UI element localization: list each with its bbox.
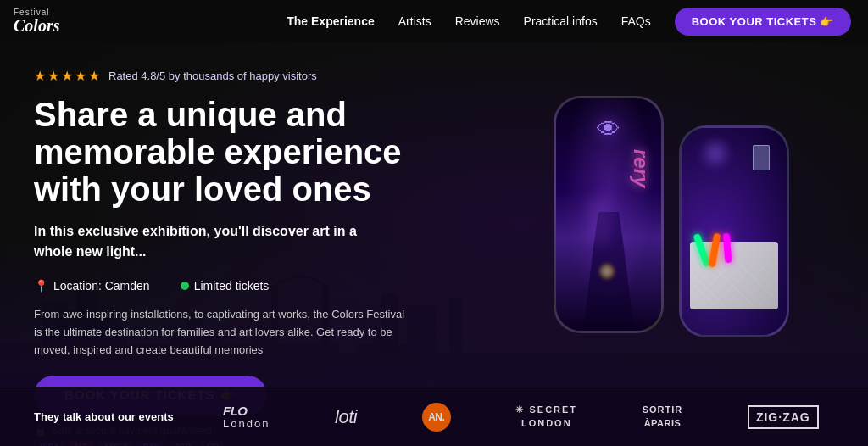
- press-label: They talk about our events: [34, 410, 174, 423]
- phone-1-content: 👁 rery: [556, 98, 661, 331]
- location-item: 📍 Location: Camden: [34, 279, 150, 293]
- press-logo-zigzag: ZIG·ZAG: [748, 405, 819, 429]
- logo-colors: Colors: [14, 17, 59, 34]
- available-dot-icon: [181, 282, 189, 290]
- nav-link-faqs[interactable]: FAQs: [621, 14, 651, 28]
- press-logo-an: AN.: [422, 403, 451, 432]
- hero-left: ★★★★★ Rated 4.8/5 by thousands of happy …: [0, 42, 475, 387]
- press-logo-sortir-paris: SORTIR ÀPARIS: [643, 404, 683, 430]
- nav-tickets-button[interactable]: BOOK YOUR TICKETS 👉: [675, 8, 851, 36]
- press-logo-secret-london: ✳ SECRET LONDON: [515, 404, 577, 430]
- phone-image-1: 👁 rery: [554, 96, 664, 333]
- light-orb: [598, 263, 615, 280]
- logo[interactable]: Festival Colors: [14, 8, 59, 34]
- nav-link-artists[interactable]: Artists: [398, 14, 431, 28]
- location-row: 📍 Location: Camden Limited tickets: [34, 279, 449, 293]
- phone-image-2: [679, 125, 789, 337]
- location-pin-icon: 📍: [34, 279, 48, 293]
- ambient-light: [698, 137, 732, 170]
- navbar: Festival Colors The Experience Artists R…: [0, 0, 868, 42]
- hero-description: From awe-inspiring installations, to cap…: [34, 306, 407, 359]
- tickets-availability: Limited tickets: [181, 279, 270, 293]
- rating-row: ★★★★★ Rated 4.8/5 by thousands of happy …: [34, 68, 449, 84]
- main-content: ★★★★★ Rated 4.8/5 by thousands of happy …: [0, 42, 868, 387]
- press-logo-loti: loti: [335, 406, 357, 428]
- hero-title: Share a unique and memorable experience …: [34, 96, 441, 208]
- press-bar: They talk about our events FLO London lo…: [0, 387, 868, 446]
- nav-links: The Experience Artists Reviews Practical…: [287, 8, 851, 36]
- press-logos: FLO London loti AN. ✳ SECRET LONDON SORT…: [208, 403, 834, 432]
- nav-link-experience[interactable]: The Experience: [287, 14, 375, 28]
- location-text: Location: Camden: [53, 279, 150, 293]
- hero-right: 👁 rery: [475, 42, 868, 387]
- tickets-text: Limited tickets: [194, 279, 270, 293]
- hero-subtitle: In this exclusive exhibition, you'll dis…: [34, 221, 390, 262]
- nav-link-reviews[interactable]: Reviews: [455, 14, 500, 28]
- nav-link-practical[interactable]: Practical infos: [524, 14, 598, 28]
- press-logo-flo: FLO London: [223, 404, 270, 430]
- star-icons: ★★★★★: [34, 68, 102, 84]
- phone-2-content: [682, 128, 787, 335]
- rating-text: Rated 4.8/5 by thousands of happy visito…: [108, 70, 317, 82]
- glass-cup-decoration: [753, 145, 770, 170]
- purple-glow: [587, 195, 613, 246]
